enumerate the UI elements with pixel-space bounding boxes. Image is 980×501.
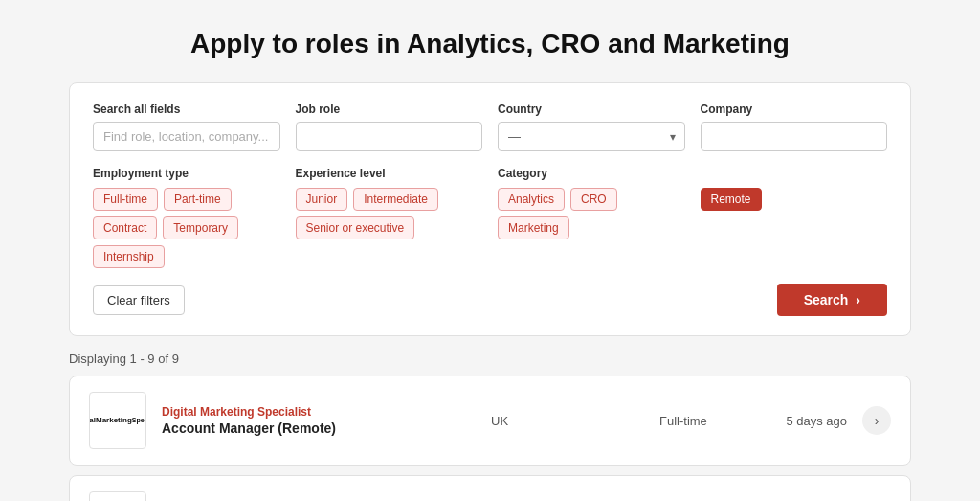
employment-type-section: Employment type Full-time Part-time Cont… bbox=[93, 167, 280, 268]
tag-senior[interactable]: Senior or executive bbox=[296, 216, 415, 239]
dms-logo-specialist: Specialist bbox=[132, 417, 146, 424]
search-button[interactable]: Search › bbox=[777, 284, 887, 316]
job-posted: 5 days ago bbox=[770, 414, 847, 428]
dms-logo-digital: Digital bbox=[89, 416, 96, 425]
tag-intermediate[interactable]: Intermediate bbox=[353, 188, 438, 211]
results-count: Displaying 1 - 9 of 9 bbox=[69, 352, 911, 366]
job-logo-neon: N 'EON ON' bbox=[89, 491, 146, 501]
search-all-label: Search all fields bbox=[93, 102, 280, 116]
tag-parttime[interactable]: Part-time bbox=[164, 188, 232, 211]
experience-level-label: Experience level bbox=[296, 167, 483, 180]
search-all-field: Search all fields bbox=[93, 102, 280, 151]
tag-remote[interactable]: Remote bbox=[701, 188, 762, 211]
actions-row: Clear filters Search › bbox=[93, 284, 887, 316]
search-button-label: Search bbox=[804, 292, 849, 307]
job-card: Digital Marketing Specialist Digital Mar… bbox=[69, 376, 911, 466]
dms-logo-marketing: Marketing bbox=[96, 416, 132, 425]
job-info: Digital Marketing Specialist Account Man… bbox=[162, 405, 476, 436]
employment-type-tags: Full-time Part-time Contract Temporary I… bbox=[93, 188, 280, 268]
country-label: Country bbox=[498, 102, 685, 116]
tag-junior[interactable]: Junior bbox=[296, 188, 348, 211]
clear-filters-button[interactable]: Clear filters bbox=[93, 285, 185, 315]
job-role-field: Job role bbox=[296, 102, 483, 151]
remote-spacer bbox=[701, 167, 888, 180]
search-fields-row: Search all fields Job role Country — Uni… bbox=[93, 102, 887, 151]
category-tags: Analytics CRO Marketing bbox=[498, 188, 685, 239]
search-all-input[interactable] bbox=[93, 122, 280, 151]
page-title: Apply to roles in Analytics, CRO and Mar… bbox=[190, 29, 790, 59]
category-label: Category bbox=[498, 167, 685, 180]
company-label: Company bbox=[701, 102, 888, 116]
search-panel: Search all fields Job role Country — Uni… bbox=[69, 82, 911, 336]
country-select[interactable]: — United States United Kingdom Canada bbox=[498, 122, 685, 151]
tag-internship[interactable]: Internship bbox=[93, 245, 165, 268]
company-input[interactable] bbox=[701, 122, 888, 151]
tag-contract[interactable]: Contract bbox=[93, 216, 157, 239]
country-select-wrapper: — United States United Kingdom Canada ▾ bbox=[498, 122, 685, 151]
employment-type-label: Employment type bbox=[93, 167, 280, 180]
job-company: Digital Marketing Specialist bbox=[162, 405, 476, 419]
experience-level-section: Experience level Junior Intermediate Sen… bbox=[296, 167, 483, 268]
tag-fulltime[interactable]: Full-time bbox=[93, 188, 158, 211]
job-role-label: Job role bbox=[296, 102, 483, 116]
tag-temporary[interactable]: Temporary bbox=[163, 216, 238, 239]
job-card: N 'EON ON' Neon One Marketing Automation… bbox=[69, 475, 911, 501]
tag-marketing[interactable]: Marketing bbox=[498, 216, 569, 239]
tag-analytics[interactable]: Analytics bbox=[498, 188, 565, 211]
job-logo-dms: Digital Marketing Specialist bbox=[89, 392, 146, 449]
experience-level-tags: Junior Intermediate Senior or executive bbox=[296, 188, 483, 239]
job-title: Account Manager (Remote) bbox=[162, 421, 476, 436]
job-arrow-button[interactable]: › bbox=[862, 406, 891, 435]
search-arrow-icon: › bbox=[856, 292, 860, 307]
category-section: Category Analytics CRO Marketing bbox=[498, 167, 685, 268]
job-type: Full-time bbox=[659, 414, 755, 428]
remote-section: Remote bbox=[701, 167, 888, 268]
filter-tags-row: Employment type Full-time Part-time Cont… bbox=[93, 167, 887, 268]
job-role-input[interactable] bbox=[296, 122, 483, 151]
results-container: Displaying 1 - 9 of 9 Digital Marketing … bbox=[69, 352, 911, 501]
job-location: UK bbox=[491, 414, 644, 428]
company-field: Company bbox=[701, 102, 888, 151]
country-field: Country — United States United Kingdom C… bbox=[498, 102, 685, 151]
remote-tags: Remote bbox=[701, 188, 888, 211]
tag-cro[interactable]: CRO bbox=[570, 188, 617, 211]
